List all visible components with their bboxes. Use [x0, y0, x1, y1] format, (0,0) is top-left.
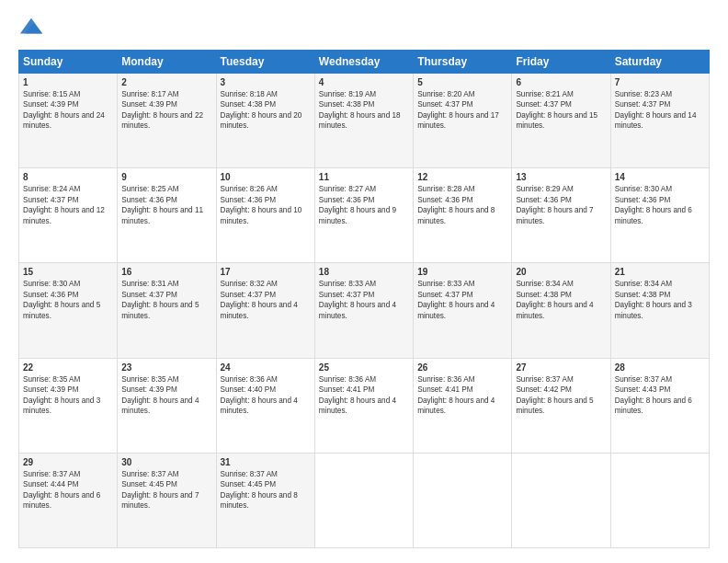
calendar-header-wednesday: Wednesday [314, 51, 413, 74]
day-number: 27 [516, 362, 606, 373]
day-info: Sunrise: 8:17 AMSunset: 4:39 PMDaylight:… [121, 89, 211, 132]
calendar-header-tuesday: Tuesday [216, 51, 314, 74]
day-number: 18 [319, 267, 409, 277]
day-info: Sunrise: 8:21 AMSunset: 4:37 PMDaylight:… [516, 89, 606, 132]
day-info: Sunrise: 8:30 AMSunset: 4:36 PMDaylight:… [23, 279, 113, 321]
calendar-cell: 30Sunrise: 8:37 AMSunset: 4:45 PMDayligh… [118, 453, 216, 547]
day-info: Sunrise: 8:37 AMSunset: 4:42 PMDaylight:… [516, 374, 606, 417]
calendar-cell: 1Sunrise: 8:15 AMSunset: 4:39 PMDaylight… [19, 74, 118, 168]
day-number: 24 [221, 362, 311, 373]
logo [18, 15, 48, 40]
calendar-cell: 9Sunrise: 8:25 AMSunset: 4:36 PMDaylight… [118, 168, 216, 263]
day-number: 1 [23, 77, 113, 87]
day-number: 11 [319, 172, 409, 182]
calendar-cell: 6Sunrise: 8:21 AMSunset: 4:37 PMDaylight… [512, 74, 610, 168]
calendar-header-thursday: Thursday [414, 51, 512, 74]
calendar-header-friday: Friday [512, 51, 610, 74]
day-number: 17 [221, 267, 311, 277]
day-info: Sunrise: 8:26 AMSunset: 4:36 PMDaylight:… [221, 184, 311, 226]
day-number: 28 [615, 362, 705, 373]
calendar-header-monday: Monday [118, 51, 216, 74]
day-info: Sunrise: 8:36 AMSunset: 4:41 PMDaylight:… [417, 374, 507, 417]
day-info: Sunrise: 8:36 AMSunset: 4:40 PMDaylight:… [221, 374, 311, 417]
calendar-cell: 20Sunrise: 8:34 AMSunset: 4:38 PMDayligh… [512, 263, 610, 358]
calendar-cell: 7Sunrise: 8:23 AMSunset: 4:37 PMDaylight… [610, 74, 709, 168]
calendar-cell: 12Sunrise: 8:28 AMSunset: 4:36 PMDayligh… [414, 168, 512, 263]
calendar-cell: 21Sunrise: 8:34 AMSunset: 4:38 PMDayligh… [610, 263, 709, 358]
calendar-cell [414, 453, 512, 547]
day-number: 8 [23, 172, 113, 182]
day-number: 9 [121, 172, 211, 182]
calendar-cell [512, 453, 610, 547]
day-info: Sunrise: 8:19 AMSunset: 4:38 PMDaylight:… [319, 89, 409, 132]
calendar-header-row: SundayMondayTuesdayWednesdayThursdayFrid… [19, 51, 710, 74]
calendar-cell: 3Sunrise: 8:18 AMSunset: 4:38 PMDaylight… [216, 74, 314, 168]
day-info: Sunrise: 8:36 AMSunset: 4:41 PMDaylight:… [319, 374, 409, 417]
day-info: Sunrise: 8:37 AMSunset: 4:43 PMDaylight:… [615, 374, 705, 417]
calendar-cell: 22Sunrise: 8:35 AMSunset: 4:39 PMDayligh… [19, 358, 118, 453]
day-info: Sunrise: 8:33 AMSunset: 4:37 PMDaylight:… [417, 279, 507, 321]
day-info: Sunrise: 8:30 AMSunset: 4:36 PMDaylight:… [615, 184, 705, 226]
day-number: 3 [221, 77, 311, 87]
day-number: 23 [121, 362, 211, 373]
day-number: 7 [615, 77, 705, 87]
day-info: Sunrise: 8:23 AMSunset: 4:37 PMDaylight:… [615, 89, 705, 132]
day-number: 31 [221, 457, 311, 467]
calendar-row-5: 29Sunrise: 8:37 AMSunset: 4:44 PMDayligh… [19, 453, 710, 547]
calendar-cell: 28Sunrise: 8:37 AMSunset: 4:43 PMDayligh… [610, 358, 709, 453]
header [18, 15, 710, 40]
day-info: Sunrise: 8:37 AMSunset: 4:45 PMDaylight:… [121, 469, 211, 511]
day-number: 4 [319, 77, 409, 87]
day-info: Sunrise: 8:37 AMSunset: 4:44 PMDaylight:… [23, 469, 113, 511]
day-info: Sunrise: 8:32 AMSunset: 4:37 PMDaylight:… [221, 279, 311, 321]
calendar-cell: 26Sunrise: 8:36 AMSunset: 4:41 PMDayligh… [414, 358, 512, 453]
calendar-cell: 27Sunrise: 8:37 AMSunset: 4:42 PMDayligh… [512, 358, 610, 453]
calendar-header-sunday: Sunday [19, 51, 118, 74]
day-number: 20 [516, 267, 606, 277]
calendar-header-saturday: Saturday [610, 51, 709, 74]
day-info: Sunrise: 8:20 AMSunset: 4:37 PMDaylight:… [417, 89, 507, 132]
day-number: 25 [319, 362, 409, 373]
calendar-row-3: 15Sunrise: 8:30 AMSunset: 4:36 PMDayligh… [19, 263, 710, 358]
calendar-cell: 19Sunrise: 8:33 AMSunset: 4:37 PMDayligh… [414, 263, 512, 358]
calendar-cell: 23Sunrise: 8:35 AMSunset: 4:39 PMDayligh… [118, 358, 216, 453]
day-number: 26 [417, 362, 507, 373]
calendar-row-4: 22Sunrise: 8:35 AMSunset: 4:39 PMDayligh… [19, 358, 710, 453]
day-number: 16 [121, 267, 211, 277]
calendar-cell: 11Sunrise: 8:27 AMSunset: 4:36 PMDayligh… [314, 168, 413, 263]
day-number: 13 [516, 172, 606, 182]
day-info: Sunrise: 8:18 AMSunset: 4:38 PMDaylight:… [221, 89, 311, 132]
day-info: Sunrise: 8:25 AMSunset: 4:36 PMDaylight:… [121, 184, 211, 226]
day-info: Sunrise: 8:29 AMSunset: 4:36 PMDaylight:… [516, 184, 606, 226]
day-info: Sunrise: 8:35 AMSunset: 4:39 PMDaylight:… [23, 374, 113, 417]
calendar-cell: 29Sunrise: 8:37 AMSunset: 4:44 PMDayligh… [19, 453, 118, 547]
day-info: Sunrise: 8:34 AMSunset: 4:38 PMDaylight:… [615, 279, 705, 321]
calendar-cell: 2Sunrise: 8:17 AMSunset: 4:39 PMDaylight… [118, 74, 216, 168]
day-number: 10 [221, 172, 311, 182]
day-info: Sunrise: 8:24 AMSunset: 4:37 PMDaylight:… [23, 184, 113, 226]
day-number: 19 [417, 267, 507, 277]
calendar-cell: 10Sunrise: 8:26 AMSunset: 4:36 PMDayligh… [216, 168, 314, 263]
day-number: 30 [121, 457, 211, 467]
day-number: 12 [417, 172, 507, 182]
day-info: Sunrise: 8:27 AMSunset: 4:36 PMDaylight:… [319, 184, 409, 226]
day-number: 5 [417, 77, 507, 87]
calendar-cell: 25Sunrise: 8:36 AMSunset: 4:41 PMDayligh… [314, 358, 413, 453]
calendar-cell [314, 453, 413, 547]
calendar-row-1: 1Sunrise: 8:15 AMSunset: 4:39 PMDaylight… [19, 74, 710, 168]
calendar-cell [610, 453, 709, 547]
calendar-cell: 15Sunrise: 8:30 AMSunset: 4:36 PMDayligh… [19, 263, 118, 358]
calendar-cell: 16Sunrise: 8:31 AMSunset: 4:37 PMDayligh… [118, 263, 216, 358]
day-info: Sunrise: 8:31 AMSunset: 4:37 PMDaylight:… [121, 279, 211, 321]
day-number: 6 [516, 77, 606, 87]
calendar-cell: 24Sunrise: 8:36 AMSunset: 4:40 PMDayligh… [216, 358, 314, 453]
day-info: Sunrise: 8:37 AMSunset: 4:45 PMDaylight:… [221, 469, 311, 511]
calendar-cell: 18Sunrise: 8:33 AMSunset: 4:37 PMDayligh… [314, 263, 413, 358]
day-number: 29 [23, 457, 113, 467]
day-number: 2 [121, 77, 211, 87]
calendar-cell: 13Sunrise: 8:29 AMSunset: 4:36 PMDayligh… [512, 168, 610, 263]
calendar-table: SundayMondayTuesdayWednesdayThursdayFrid… [18, 50, 710, 548]
day-info: Sunrise: 8:28 AMSunset: 4:36 PMDaylight:… [417, 184, 507, 226]
calendar-cell: 5Sunrise: 8:20 AMSunset: 4:37 PMDaylight… [414, 74, 512, 168]
calendar-row-2: 8Sunrise: 8:24 AMSunset: 4:37 PMDaylight… [19, 168, 710, 263]
